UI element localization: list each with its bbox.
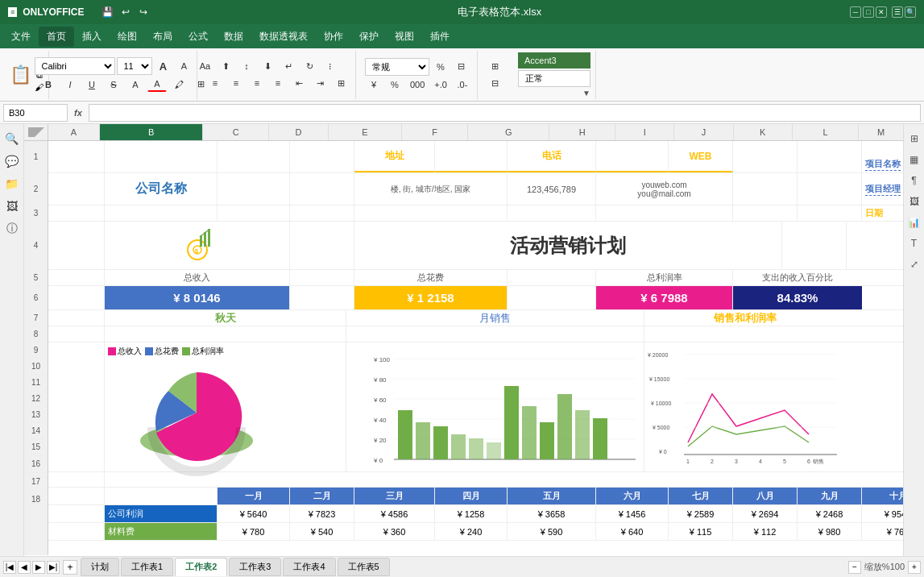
col-header-j[interactable]: J [674,124,733,140]
thousands-btn[interactable]: 000 [406,77,429,92]
menu-data[interactable]: 数据 [216,27,251,47]
row-num-16[interactable]: 16 [24,455,48,473]
merge-btn[interactable]: ⊞ [331,76,350,91]
cell-a4[interactable] [48,222,105,269]
row-num-15[interactable]: 15 [24,439,48,455]
sheet-prev-btn[interactable]: ◀ [18,561,31,574]
col-header-g[interactable]: G [468,124,549,140]
left-align-btn[interactable]: ≡ [205,76,225,91]
cell-j18[interactable]: ¥ 112 [733,523,798,540]
image-icon-right[interactable]: 🖼 [906,193,922,210]
text-icon[interactable]: T [906,235,922,251]
row-num-1[interactable]: 1 [24,141,48,173]
align-top-btn[interactable]: ⬆ [216,59,235,74]
cell-hi6[interactable]: ¥ 6 7988 [596,286,733,309]
font-size-select[interactable]: 11 [117,57,152,75]
menu-protect[interactable]: 保护 [351,27,387,47]
grid-scroll-area[interactable]: 1 2 3 4 5 6 7 8 9 10 11 12 13 14 15 16 1… [24,141,903,555]
center-align-btn[interactable]: ≡ [226,76,246,91]
cell-g18[interactable]: ¥ 590 [508,523,596,540]
cell-ef6[interactable]: ¥ 1 2158 [354,286,508,309]
cell-i17[interactable]: ¥ 2589 [669,505,733,522]
right-align-btn[interactable]: ≡ [247,76,267,91]
cell-d1[interactable] [290,141,354,172]
dec-dec-btn[interactable]: .0- [453,77,472,92]
cell-i18[interactable]: ¥ 115 [669,523,733,540]
cell-g17[interactable]: ¥ 3658 [508,505,596,522]
accent3-style[interactable]: Accent3 [518,52,590,68]
cell-g1[interactable]: 电话 [508,141,596,172]
cell-h16[interactable]: 六月 [596,488,669,504]
row-num-4[interactable]: 4 [24,222,48,270]
cell-d6[interactable] [290,286,354,309]
normal-style[interactable]: 正常 [518,70,590,87]
cell-l17[interactable]: ¥ 9543 [862,505,903,522]
cell-f17[interactable]: ¥ 1258 [435,505,508,522]
cell-m7[interactable] [846,310,894,326]
underline-btn[interactable]: U [82,77,102,92]
sheet-tab-plan[interactable]: 计划 [81,558,119,576]
cell-j2[interactable] [733,173,798,205]
sheet-next-btn[interactable]: ▶ [32,561,45,574]
col-header-c[interactable]: C [203,124,269,140]
cell-rest15[interactable] [105,472,903,487]
row-num-13[interactable]: 13 [24,407,48,423]
cell-a8[interactable] [48,326,105,342]
cell-a1[interactable] [48,141,105,172]
cell-g2[interactable]: 123,456,789 [508,173,596,205]
cell-jkl5[interactable]: 支出的收入百分比 [733,270,862,285]
info-icon[interactable]: ⓘ [4,221,20,237]
cell-a5[interactable] [48,270,105,285]
cell-i16[interactable]: 七月 [669,488,733,504]
minimize-btn[interactable]: ─ [850,6,861,18]
cell-c16[interactable]: 一月 [218,488,290,504]
cell-k4[interactable] [781,222,846,269]
cell-i1[interactable]: WEB [669,141,733,172]
cell-c18[interactable]: ¥ 780 [218,523,290,540]
cell-ijkl8[interactable] [644,326,846,342]
menu-home[interactable]: 首页 [39,27,74,47]
cell-a2[interactable] [48,173,105,205]
sheet-last-btn[interactable]: ▶| [47,561,60,574]
insert-cell-btn[interactable]: ⊞ [486,59,505,74]
resize-icon[interactable]: ⤢ [906,256,922,272]
percent2-btn[interactable]: % [385,77,404,92]
table-icon[interactable]: ▦ [906,152,922,168]
row-num-14[interactable]: 14 [24,423,48,439]
cell-d18[interactable]: ¥ 540 [290,523,354,540]
formula-input[interactable] [89,104,921,122]
row-num-7[interactable]: 7 [24,310,48,326]
cell-efgh8[interactable] [346,326,644,342]
cell-a7[interactable] [48,310,105,326]
font-color-btn[interactable]: A [147,77,167,92]
menu-collab[interactable]: 协作 [316,27,351,47]
cell-bc6[interactable]: ¥ 8 0146 [105,286,290,309]
row-num-18[interactable]: 18 [24,491,48,509]
col-header-a[interactable]: A [48,124,100,140]
paragraph-icon[interactable]: ¶ [906,172,922,189]
cell-efghij4[interactable]: 活动营销计划 [354,222,781,269]
comment-icon[interactable]: 💬 [4,153,20,169]
cell-b3[interactable] [105,205,218,221]
cell-hi3[interactable] [596,205,733,221]
cell-bcd8[interactable] [105,326,346,342]
cell-k3[interactable] [798,205,862,221]
redo-btn[interactable]: ↪ [137,6,150,19]
justify-btn[interactable]: ≡ [268,76,288,91]
cell-f18[interactable]: ¥ 240 [435,523,508,540]
cell-e16[interactable]: 三月 [354,488,435,504]
sheet-tab-4[interactable]: 工作表4 [283,558,335,576]
sheet-tab-5[interactable]: 工作表5 [338,558,390,576]
sheet-tab-1[interactable]: 工作表1 [121,558,173,576]
col-header-d[interactable]: D [269,124,328,140]
cell-c2[interactable] [218,173,290,205]
grid-icon[interactable]: ⊞ [906,131,922,147]
cell-k18[interactable]: ¥ 980 [798,523,862,540]
cell-l18[interactable]: ¥ 760 [862,523,903,540]
cell-j17[interactable]: ¥ 2694 [733,505,798,522]
row-num-2[interactable]: 2 [24,173,48,205]
align-bottom-btn[interactable]: ⬇ [258,59,277,74]
chart-icon[interactable]: 📊 [906,214,922,230]
sheet-first-btn[interactable]: |◀ [3,561,16,574]
cell-d3[interactable] [290,205,354,221]
